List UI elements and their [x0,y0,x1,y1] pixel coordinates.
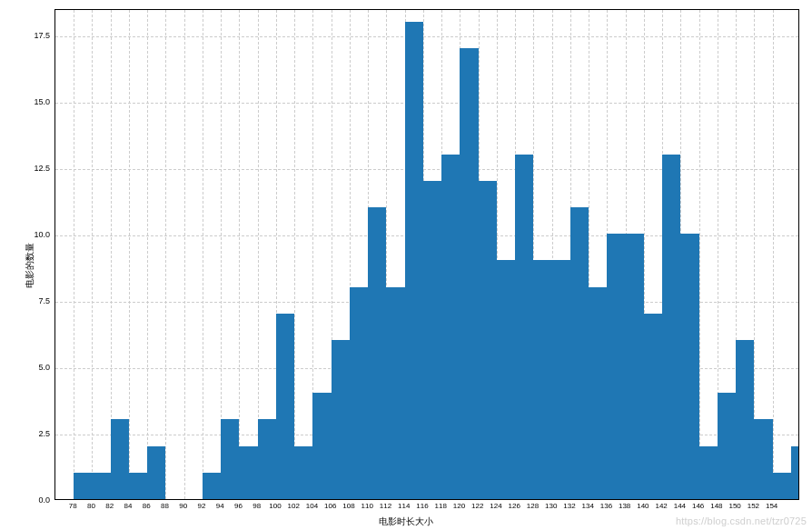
histogram-bar [589,287,607,500]
x-tick-label: 148 [710,502,722,510]
histogram-bar [515,155,533,499]
histogram-bar [350,287,368,500]
grid-line-vertical [92,10,93,499]
histogram-bar [662,155,680,499]
x-tick-label: 134 [581,502,593,510]
histogram-bar [479,181,497,499]
grid-line-vertical [294,10,295,499]
histogram-bar [773,473,791,499]
x-tick-label: 84 [124,502,133,510]
histogram-bar [276,314,294,499]
x-tick-label: 140 [637,502,649,510]
chart-plot-area [54,9,799,500]
y-tick-label: 5.0 [0,363,50,372]
x-tick-label: 80 [87,502,95,510]
histogram-bar [736,340,754,499]
x-tick-label: 122 [471,502,483,510]
histogram-bar [552,260,570,499]
x-tick-label: 142 [655,502,667,510]
x-tick-label: 110 [361,502,373,510]
grid-line-vertical [147,10,148,499]
histogram-bar [294,446,312,499]
x-tick-label: 98 [253,502,261,510]
x-tick-label: 132 [563,502,575,510]
histogram-bar [680,234,698,499]
x-tick-label: 124 [490,502,501,510]
histogram-bar [111,419,129,499]
x-tick-label: 136 [600,502,612,510]
histogram-bar [368,207,386,499]
x-tick-label: 78 [69,502,77,510]
grid-line-horizontal [55,103,798,104]
histogram-bar [754,419,772,499]
grid-line-vertical [184,10,185,499]
x-tick-label: 130 [545,502,557,510]
histogram-bar [791,446,799,499]
histogram-bar [570,207,589,499]
x-tick-label: 128 [527,502,539,510]
histogram-bar [92,473,110,499]
histogram-bar [626,234,644,499]
x-tick-label: 146 [692,502,704,510]
histogram-bar [203,473,221,499]
y-tick-label: 12.5 [0,164,50,173]
histogram-bar [460,48,478,499]
histogram-bar [607,234,625,499]
grid-line-vertical [699,10,700,499]
grid-line-vertical [165,10,166,499]
histogram-bar [386,287,404,500]
histogram-bar [405,22,423,499]
x-tick-label: 104 [306,502,318,510]
histogram-bar [699,446,718,499]
x-tick-label: 96 [234,502,243,510]
x-tick-label: 154 [766,502,777,510]
x-tick-label: 120 [453,502,465,510]
histogram-bar [441,155,460,499]
y-tick-label: 17.5 [0,31,50,40]
histogram-bar [423,181,441,499]
y-tick-label: 0.0 [0,495,50,505]
x-tick-label: 106 [324,502,336,510]
x-tick-label: 116 [416,502,428,510]
grid-line-vertical [74,10,74,499]
histogram-bar [147,446,165,499]
x-tick-label: 82 [105,502,114,510]
histogram-bar [258,419,276,499]
x-tick-label: 90 [179,502,187,510]
histogram-bar [533,260,551,499]
watermark-text: https://blog.csdn.net/tzr0725 [676,515,807,526]
x-tick-label: 152 [748,502,759,510]
y-axis-label: 电影的数量 [24,243,36,288]
x-tick-label: 92 [198,502,206,510]
x-tick-label: 126 [508,502,520,510]
x-tick-label: 88 [161,502,169,510]
histogram-bar [129,473,147,499]
x-tick-label: 86 [143,502,151,510]
x-tick-label: 150 [728,502,740,510]
grid-line-horizontal [55,169,798,170]
grid-line-vertical [129,10,130,499]
y-tick-label: 2.5 [0,429,50,438]
grid-line-horizontal [55,36,798,37]
histogram-bar [239,446,257,499]
histogram-bar [221,419,239,499]
histogram-bar [312,393,331,499]
y-tick-label: 15.0 [0,97,50,106]
grid-line-vertical [239,10,240,499]
histogram-bar [644,314,662,499]
x-tick-label: 114 [398,502,410,510]
x-tick-label: 100 [269,502,281,510]
x-tick-label: 144 [674,502,686,510]
x-tick-label: 102 [288,502,300,510]
y-tick-label: 10.0 [0,230,50,239]
y-tick-label: 7.5 [0,296,50,305]
grid-line-vertical [773,10,774,499]
x-tick-label: 94 [216,502,224,510]
histogram-bar [497,260,515,499]
grid-line-vertical [203,10,203,499]
histogram-bar [332,340,350,499]
histogram-bar [718,393,736,499]
histogram-bar [74,473,92,499]
x-tick-label: 118 [434,502,446,510]
x-tick-label: 112 [380,502,391,510]
